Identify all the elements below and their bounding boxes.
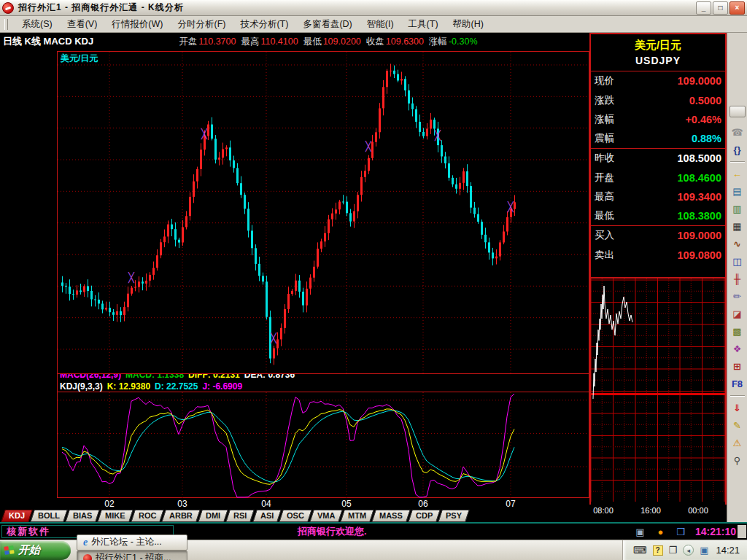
chart-window-icon[interactable]: ◫ (729, 254, 746, 269)
maximize-button[interactable]: □ (713, 1, 728, 15)
area-chart-icon[interactable]: ◪ (729, 306, 746, 322)
kdj-segment: KDJ(9,3,3) (60, 381, 103, 392)
x-marker: ╳ (434, 129, 441, 141)
diamond-arrows-icon[interactable]: ❖ (729, 341, 746, 357)
quote-label: 卖出 (595, 249, 614, 262)
pair-symbol: USDJPY (591, 55, 725, 71)
candlestick-pane[interactable]: ╳╳╳╳╳╳ (58, 52, 589, 374)
menu-item-6[interactable]: 智能(I) (360, 16, 401, 33)
candlestick-icon[interactable]: ╫ (729, 271, 746, 287)
window-switch-icon[interactable]: ❐ (669, 545, 678, 555)
app-logo-icon (2, 2, 14, 14)
ohlc-value: 110.4100 (260, 36, 298, 47)
intraday-time-label: 16:00 (640, 506, 661, 515)
tab-KDJ[interactable]: KDJ (1, 510, 33, 522)
quote-value: 108.4600 (678, 172, 721, 184)
flame-icon[interactable]: ● (657, 527, 663, 537)
task-button-0[interactable]: e外汇论坛 - 主论... (77, 534, 187, 551)
kdj-segment: K: 12.9380 (107, 381, 150, 392)
document-send-icon[interactable]: ❒ (676, 527, 685, 537)
kdj-segment: D: 22.7525 (155, 381, 198, 392)
task-button-1[interactable]: 招行外汇1 - 招商... (77, 551, 187, 560)
tab-label: KDJ (9, 512, 25, 520)
data-table-icon[interactable]: ▦ (729, 219, 746, 234)
quote-label: 买入 (595, 229, 614, 242)
sketch-chart-icon[interactable]: ✏ (729, 289, 746, 304)
menu-item-5[interactable]: 多窗看盘(D) (295, 16, 359, 33)
menu-item-4[interactable]: 技术分析(T) (233, 16, 295, 33)
list-view-icon[interactable]: ▥ (729, 201, 746, 217)
close-button[interactable]: × (729, 1, 745, 15)
magnifier-icon[interactable]: ⚲ (729, 453, 746, 468)
braces-icon[interactable]: {} (729, 142, 746, 158)
trend-line-icon[interactable]: ∿ (729, 236, 746, 252)
hide-icons-chevron[interactable]: ◂ (683, 545, 694, 556)
ohlc-readout: 开盘110.3700最高110.4100最低109.0200收盘109.6300… (174, 36, 477, 48)
minimize-button[interactable]: _ (696, 1, 711, 15)
multi-panel-icon[interactable]: ⊞ (729, 359, 746, 374)
ohlc-label: 收盘 (366, 36, 384, 47)
tab-OSC[interactable]: OSC (279, 510, 311, 522)
network-tray-icon[interactable]: ▣ (700, 545, 708, 555)
x-marker: ╳ (270, 332, 277, 344)
tab-CDP[interactable]: CDP (408, 510, 441, 522)
tab-label: VMA (317, 512, 335, 520)
month-axis-label: 03 (177, 499, 187, 509)
tab-DMI[interactable]: DMI (198, 510, 228, 522)
color-grid-icon[interactable]: ▩ (729, 324, 746, 339)
quote-label: 最低 (595, 209, 614, 222)
back-arrow-icon[interactable]: ← (729, 166, 746, 182)
help-icon[interactable]: ? (653, 545, 663, 556)
tab-ROC[interactable]: ROC (131, 510, 164, 522)
tab-label: RSI (233, 512, 247, 520)
quote-value: 109.0800 (678, 249, 721, 261)
import-disk-icon[interactable]: ⇓ (729, 400, 746, 416)
pencil-icon[interactable]: ✎ (729, 418, 746, 433)
menu-item-2[interactable]: 行情报价(W) (104, 16, 170, 33)
quote-label: 涨跌 (595, 94, 614, 107)
tab-label: ARBR (169, 512, 193, 520)
tab-MTM[interactable]: MTM (340, 510, 374, 522)
tab-BOLL[interactable]: BOLL (30, 510, 67, 522)
ohlc-label: 开盘 (179, 36, 197, 47)
taskbar: 开始 e外汇论坛 - 主论...招行外汇1 - 招商... ⌨?❐◂▣ 14:2… (0, 540, 747, 560)
scrollbar-thumb[interactable] (729, 106, 746, 117)
clock: 14:21 (716, 545, 740, 556)
intraday-mini-chart[interactable] (589, 279, 727, 505)
cmb-logo-icon (83, 554, 92, 560)
task-label: 外汇论坛 - 主论... (91, 536, 162, 548)
keyboard-icon[interactable]: ⌨ (633, 545, 647, 555)
menu-item-7[interactable]: 工具(T) (401, 16, 446, 33)
tab-BIAS[interactable]: BIAS (65, 510, 100, 522)
tab-label: BOLL (38, 512, 60, 520)
headset-icon[interactable]: ☎ (729, 125, 746, 140)
tab-RSI[interactable]: RSI (225, 510, 255, 522)
quote-label: 最高 (595, 190, 614, 203)
start-button[interactable]: 开始 (0, 541, 71, 560)
tab-MIKE[interactable]: MIKE (97, 510, 133, 522)
f8-icon[interactable]: F8 (729, 376, 746, 392)
kdj-pane[interactable] (58, 392, 589, 498)
report-table-icon[interactable]: ▤ (729, 184, 746, 199)
kdj-segment: J: -6.6909 (202, 381, 242, 392)
ohlc-value: -0.30% (449, 36, 478, 47)
month-axis-label: 04 (261, 499, 271, 509)
tab-ASI[interactable]: ASI (252, 510, 282, 522)
tab-ARBR[interactable]: ARBR (161, 510, 200, 522)
computer-status-icon[interactable]: ▣ (635, 527, 644, 537)
menu-grip (4, 19, 8, 30)
ohlc-value: 109.0200 (323, 36, 361, 47)
title-bar: 招行外汇1 - 招商银行外汇通 - K线分析 _ □ × (0, 0, 747, 16)
warning-icon[interactable]: ⚠ (729, 435, 746, 451)
menu-item-0[interactable]: 系统(S) (15, 16, 60, 33)
menu-item-8[interactable]: 帮助(H) (446, 16, 491, 33)
tab-PSY[interactable]: PSY (438, 510, 470, 522)
tab-label: OSC (287, 512, 304, 520)
ohlc-label: 涨幅 (429, 36, 447, 47)
menu-item-1[interactable]: 查看(V) (60, 16, 105, 33)
x-marker: ╳ (201, 128, 208, 140)
quote-value: 0.5000 (689, 95, 721, 106)
tab-MASS[interactable]: MASS (371, 510, 410, 522)
menu-item-3[interactable]: 分时分析(F) (170, 16, 233, 33)
tab-VMA[interactable]: VMA (309, 510, 343, 522)
